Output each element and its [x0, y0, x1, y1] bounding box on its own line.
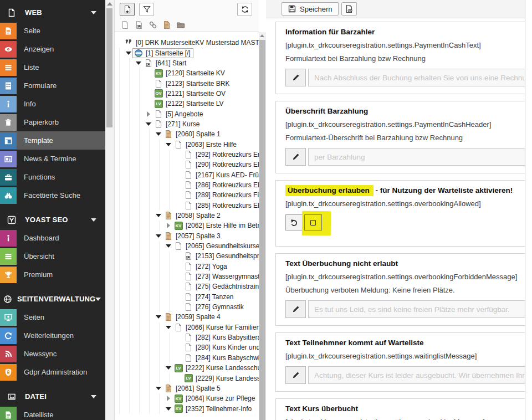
sidebar-item-news-termine[interactable]: News & Termine	[0, 150, 105, 168]
collapse-icon[interactable]	[165, 366, 172, 370]
tree-node[interactable]: [285] Rotkreuzkurs EH S	[115, 201, 259, 211]
tree-node-box[interactable]: [1] Startseite [/]	[132, 48, 193, 58]
tree-node-box[interactable]: KV[2352] Teilnehmer-Info	[172, 404, 254, 414]
collapse-icon[interactable]	[165, 143, 172, 146]
tree-node-box[interactable]: [2123] Startseite BRK	[152, 79, 232, 89]
tree-node-box[interactable]: KV[2120] Startseite KV	[152, 68, 228, 78]
tree-node[interactable]: [2061] Spalte 5	[115, 383, 259, 393]
scroll-up-arrow-icon[interactable]	[260, 34, 264, 37]
filter-button[interactable]	[139, 3, 154, 16]
save-and-view-button[interactable]	[341, 2, 357, 16]
tree-node[interactable]: OV[2121] Startseite OV	[115, 89, 259, 99]
sidebar-item-functions[interactable]: Functions	[0, 168, 105, 186]
tree-node[interactable]: [292] Rotkreuzkurs Erste	[115, 150, 259, 160]
sidebar-item-dashboard[interactable]: Dashboard	[0, 229, 105, 247]
tree-node[interactable]: [2153] Gesundheitsprog	[115, 251, 259, 261]
tree-node[interactable]: [2066] Kurse für Familien	[115, 322, 259, 332]
tree-node[interactable]: [2057] Spalte 3	[115, 231, 259, 241]
sidebar-item-gdpr-administration[interactable]: Gdpr Administration	[0, 363, 105, 381]
collapse-icon[interactable]	[155, 315, 162, 319]
expand-icon[interactable]	[165, 223, 172, 228]
tree-node-box[interactable]: LV[2222] Kurse Landesschule	[172, 363, 259, 373]
sidebar-item-weiterleitungen[interactable]: Weiterleitungen	[0, 326, 105, 345]
tree-node[interactable]: [274] Tanzen	[115, 292, 259, 302]
tree-node-box[interactable]: [2065] Gesundheitskurse	[172, 241, 259, 251]
tree-node[interactable]: [2123] Startseite BRK	[115, 78, 259, 88]
tree-node[interactable]: [276] Gymnastik	[115, 302, 259, 312]
tree-node[interactable]: [641] Start	[115, 58, 259, 68]
tree-node[interactable]: LV[2122] Startseite LV	[115, 99, 259, 109]
menu-header-web[interactable]: WEB	[0, 3, 105, 22]
tree-node[interactable]: [280] Kurs Kinder und F	[115, 342, 259, 352]
tree-node[interactable]: KV[2352] Teilnehmer-Info	[115, 403, 259, 413]
tree-node-box[interactable]: KV[2064] Kurse zur Pflege	[172, 393, 258, 403]
sidebar-item-premium[interactable]: Premium	[0, 265, 105, 284]
tree-node[interactable]: [2167] Kurs AED- Frühd	[115, 170, 259, 180]
tree-node[interactable]: [286] Rotkreuzkurs EH S	[115, 180, 259, 190]
collapse-icon[interactable]	[125, 52, 132, 55]
tree-node-box[interactable]: KV[2062] Erste Hilfe im Betrie	[172, 221, 259, 231]
tree-node[interactable]: LV[2229] Kurse Landessch	[115, 373, 259, 383]
tree-node-box[interactable]: [2167] Kurs AED- Frühd	[182, 170, 259, 180]
tree-node-box[interactable]: [289] Rotkreuzkurs Fit i	[182, 190, 259, 200]
tree-node[interactable]: [290] Rotkreuzkurs EH a	[115, 160, 259, 170]
sidebar-item-anzeigen[interactable]: Anzeigen	[0, 40, 105, 58]
tree-node[interactable]: KV[2064] Kurse zur Pflege	[115, 393, 259, 403]
sidebar-item-newssync[interactable]: Newssync	[0, 345, 105, 363]
tree-node[interactable]: [273] Wassergymnastik	[115, 272, 259, 281]
tree-node[interactable]: [5] Angebote	[115, 109, 259, 119]
scrollbar-thumb[interactable]	[259, 40, 265, 420]
tree-node[interactable]: [275] Gedächtnistraining	[115, 281, 259, 291]
tree-node-box[interactable]: [282] Kurs Babysitteraus	[182, 332, 259, 342]
sidebar-item-formulare[interactable]: Formulare	[0, 76, 105, 95]
tree-node-box[interactable]: [292] Rotkreuzkurs Erste	[182, 150, 259, 160]
tree-node-box[interactable]: OV[2121] Startseite OV	[152, 89, 228, 99]
tree-node-box[interactable]: [273] Wassergymnastik	[182, 272, 259, 281]
edit-constant-button[interactable]	[285, 300, 306, 318]
tree-node[interactable]: [2059] Spalte 4	[115, 312, 259, 322]
sidebar-item-info[interactable]: Info	[0, 95, 105, 113]
tree-node-box[interactable]: LV[2122] Startseite LV	[152, 99, 227, 109]
tree-node[interactable]: [2060] Spalte 1	[115, 129, 259, 139]
sidebar-item-seiten[interactable]: Seiten	[0, 308, 105, 326]
tree-node-box[interactable]: [2153] Gesundheitsprog	[182, 251, 259, 261]
refresh-tree-button[interactable]	[237, 3, 252, 16]
menu-header-seitenverwaltung[interactable]: SEITENVERWALTUNG	[0, 290, 105, 308]
sidebar-item-template[interactable]: Template	[0, 131, 105, 150]
tree-node-box[interactable]: [2059] Spalte 4	[162, 312, 223, 322]
sidebar-item-liste[interactable]: Liste	[0, 58, 105, 76]
tree-node[interactable]: [1] Startseite [/]	[115, 48, 259, 58]
sidebar-item-dateiliste[interactable]: Dateiliste	[0, 406, 105, 420]
tree-node-box[interactable]: [2057] Spalte 3	[162, 231, 223, 241]
collapse-icon[interactable]	[165, 407, 172, 411]
tree-node-box[interactable]: [280] Kurs Kinder und F	[182, 342, 259, 352]
tree-node-box[interactable]: [2063] Erste Hilfe	[172, 140, 239, 150]
tree-node-box[interactable]: [5] Angebote	[152, 109, 206, 119]
tree-node-box[interactable]: [271] Kurse	[152, 119, 202, 129]
sidebar-item-übersicht[interactable]: Übersicht	[0, 247, 105, 265]
sidebar-item-papierkorb[interactable]: Papierkorb	[0, 113, 105, 131]
tree-node-box[interactable]: [290] Rotkreuzkurs EH a	[182, 160, 259, 170]
module-menu-scrollbar[interactable]	[105, 0, 115, 420]
tree-node-box[interactable]: [276] Gymnastik	[182, 302, 247, 312]
tree-node-box[interactable]: [0] DRK MusterseiteKV Musterstad MAST	[122, 38, 259, 48]
tree-node[interactable]: LV[2222] Kurse Landesschule	[115, 363, 259, 373]
constant-value-input[interactable]	[308, 148, 525, 166]
tree-node[interactable]: [0] DRK MusterseiteKV Musterstad MAST	[115, 38, 259, 48]
tree-node-box[interactable]: [286] Rotkreuzkurs EH S	[182, 180, 259, 190]
tree-node-box[interactable]: LV[2229] Kurse Landessch	[182, 373, 259, 383]
tree-node[interactable]: [289] Rotkreuzkurs Fit i	[115, 190, 259, 200]
collapse-icon[interactable]	[145, 122, 152, 126]
constant-value-input[interactable]	[308, 69, 525, 86]
expand-icon[interactable]	[165, 396, 172, 401]
new-page-button[interactable]	[120, 3, 135, 16]
tree-node-box[interactable]: [2060] Spalte 1	[162, 129, 223, 139]
tree-node[interactable]: [284] Kurs Babyschwimm	[115, 353, 259, 363]
sidebar-item-seite[interactable]: Seite	[0, 22, 105, 40]
tree-node-box[interactable]: [272] Yoga	[182, 262, 230, 272]
constant-value-input[interactable]	[308, 366, 525, 384]
tree-node-box[interactable]: [2058] Spalte 2	[162, 211, 223, 221]
edit-constant-button[interactable]	[285, 69, 306, 86]
edit-constant-button[interactable]	[285, 148, 306, 166]
collapse-icon[interactable]	[135, 62, 142, 65]
